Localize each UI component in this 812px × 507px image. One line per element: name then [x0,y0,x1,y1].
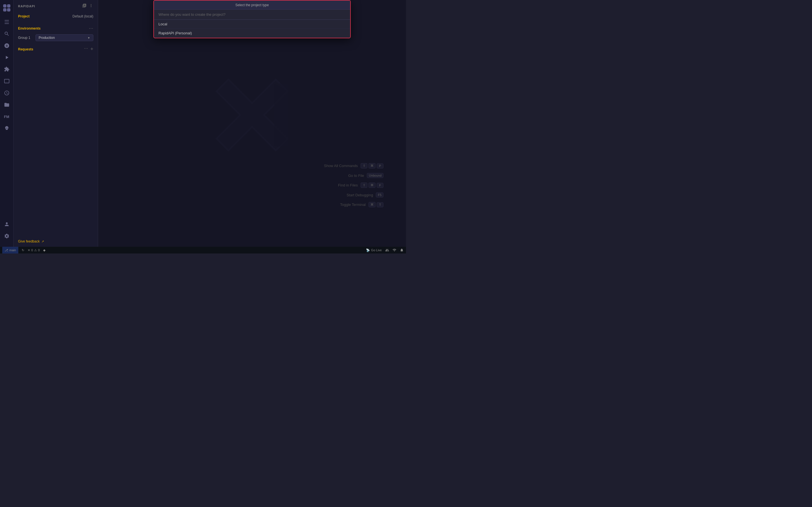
go-live-label: Go Live [371,248,382,252]
modal-overlay: Select the project type Local RapidAPI (… [98,0,406,247]
error-count: 0 [31,248,33,252]
environment-dropdown[interactable]: Production ▼ [36,34,93,41]
environments-header[interactable]: Environments ⋯ [13,24,98,33]
user-accounts-icon[interactable] [385,248,389,252]
monitor-icon[interactable] [1,75,12,87]
environments-actions: ⋯ [89,25,93,31]
branch-icon: ⎇ [4,248,8,252]
environments-title: Environments [18,26,41,31]
project-value: Default (local) [72,14,93,18]
library-icon[interactable] [82,3,87,9]
activity-bar: FM [0,0,13,247]
alien-icon[interactable] [1,123,12,134]
header-icons [82,3,93,9]
group1-label: Group 1 [18,36,32,40]
svg-rect-1 [7,4,10,7]
activity-bar-top: FM [1,2,12,217]
error-icon: ✕ [28,248,30,252]
svg-rect-0 [3,4,6,7]
broadcast-icon: 📡 [366,248,370,252]
modal-search-input[interactable] [158,12,346,17]
settings-icon[interactable] [1,230,12,242]
dropdown-arrow-icon: ▼ [87,36,90,40]
project-section: Project Default (local) [13,12,98,23]
project-type-modal: Select the project type Local RapidAPI (… [153,0,351,38]
errors-item[interactable]: ✕ 0 ⚠ 0 [28,248,40,252]
status-bar-left: ⎇ main ↻ ✕ 0 ⚠ 0 ◆ [2,247,45,253]
give-feedback-text: Give feedback [18,239,40,243]
branch-name: main [9,248,16,252]
modal-option-rapidapi-label: RapidAPI (Personal) [158,31,192,35]
feedback-icon[interactable] [1,242,12,244]
broadcast2-icon[interactable] [393,248,396,252]
external-link-icon: ↗ [42,240,44,243]
go-live-button[interactable]: 📡 Go Live [366,248,382,252]
modal-option-local-label: Local [158,22,167,26]
give-feedback-row[interactable]: Give feedback ↗ [13,236,98,247]
modal-option-local[interactable]: Local [154,20,350,29]
activity-bar-bottom [1,219,12,244]
warning-icon: ⚠ [34,248,37,252]
extensions-icon[interactable] [1,64,12,75]
environment-selected: Production [39,36,55,40]
rapidapi-logo [1,2,12,13]
requests-title: Requests [18,47,33,51]
environments-more-icon[interactable]: ⋯ [89,25,93,31]
project-label: Project [18,14,30,18]
environments-section: Environments ⋯ Group 1 Production ▼ [13,23,98,44]
account-icon[interactable] [1,219,12,230]
modal-title-bar: Select the project type [154,1,350,10]
project-row: Project Default (local) [13,13,98,22]
sync-icon[interactable]: ↻ [22,248,24,252]
requests-more-icon[interactable]: ⋯ [84,46,88,52]
run-icon[interactable] [1,52,12,63]
modal-search[interactable] [154,10,350,20]
requests-section: Requests ⋯ + [13,44,98,54]
settings2-icon[interactable] [89,3,93,9]
git-status[interactable]: ◆ [43,248,45,252]
git-branch[interactable]: ⎇ main [2,247,18,253]
sidebar-icon[interactable] [1,16,12,27]
clock-icon[interactable] [1,87,12,99]
group1-row: Group 1 Production ▼ [13,33,98,43]
git-icon[interactable] [1,40,12,51]
svg-rect-2 [3,8,6,11]
sidebar-spacer [13,54,98,236]
folder-icon[interactable] [1,99,12,110]
status-bar-right: 📡 Go Live [366,248,404,252]
search-icon[interactable] [1,28,12,40]
fm-icon[interactable]: FM [1,111,12,122]
notification-icon[interactable] [400,248,404,252]
svg-rect-3 [7,8,10,11]
app-name: RAPIDAPI [18,4,35,8]
status-bar: ⎇ main ↻ ✕ 0 ⚠ 0 ◆ 📡 Go Live [0,247,406,253]
sidebar-header: RAPIDAPI [13,0,98,12]
main-content: Show All Commands ⇧ ⌘ P Go to File Unbou… [98,0,406,247]
requests-add-icon[interactable]: + [90,46,93,52]
modal-option-rapidapi[interactable]: RapidAPI (Personal) [154,29,350,38]
requests-actions: ⋯ + [84,46,93,52]
warning-count: 0 [38,248,40,252]
modal-title: Select the project type [236,3,269,7]
git-commit-icon: ◆ [43,248,45,252]
sidebar: RAPIDAPI Project Default (local) [13,0,98,247]
sync-arrows-icon: ↻ [22,248,24,252]
